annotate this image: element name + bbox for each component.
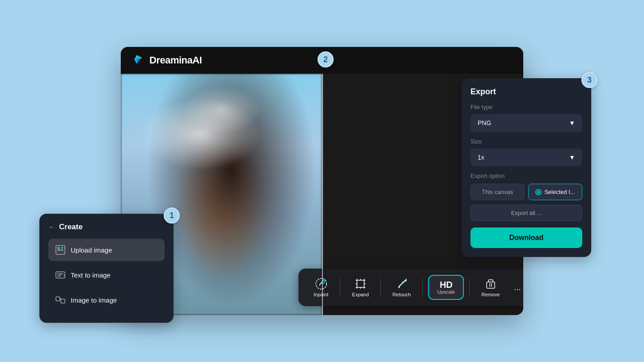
create-panel: 1 ← Create Upload image [39,214,174,323]
file-type-label: File type [470,104,582,110]
remove-label: Remove [482,292,500,297]
toolbar-divider-1 [340,278,340,296]
menu-item-upload-image[interactable]: Upload image [48,239,165,261]
app-title: DreaminaAI [149,55,202,66]
remove-icon [484,278,497,290]
canvas-divider [322,74,323,315]
radio-selected-icon [535,189,542,195]
more-icon: ... [514,283,521,292]
retouch-label: Retouch [393,292,411,297]
retouch-button[interactable]: Retouch [386,274,417,301]
size-chevron-icon: ▼ [569,154,575,161]
badge-3: 3 [581,72,597,88]
text-to-image-icon [55,270,65,280]
upload-image-label: Upload image [71,246,112,254]
file-type-value: PNG [478,119,491,126]
size-label: Size [470,138,582,145]
file-type-select[interactable]: PNG ▼ [470,114,582,132]
badge-1: 1 [164,207,180,223]
download-label: Download [509,234,543,241]
create-title: Create [59,223,83,232]
image-to-image-label: Image to image [71,296,117,304]
inpaint-label: Inpaint [314,292,328,297]
toolbar-divider-4 [470,278,470,296]
download-button[interactable]: Download [470,227,582,248]
badge-2: 2 [318,51,334,67]
selected-label: Selected I... [544,189,575,195]
selected-image-button[interactable]: Selected I... [528,184,582,200]
toolbar-divider-2 [381,278,381,296]
create-header: ← Create [48,223,165,232]
retouch-icon [395,278,408,290]
inpaint-button[interactable]: Inpaint [307,274,335,301]
this-canvas-button[interactable]: This canvas [470,184,525,200]
back-icon[interactable]: ← [48,223,55,231]
hd-label: HD [440,280,453,289]
menu-item-image-to-image[interactable]: Image to image [48,289,165,311]
svg-rect-5 [56,245,65,254]
svg-rect-8 [56,297,60,301]
inpaint-icon [315,278,327,290]
svg-rect-4 [487,282,495,288]
expand-label: Expand [352,292,369,297]
text-to-image-label: Text to image [71,271,110,279]
expand-button[interactable]: Expand [346,274,375,301]
upload-image-icon [55,245,65,255]
remove-button[interactable]: Remove [475,274,506,301]
export-title: Export [470,87,582,97]
svg-point-6 [58,247,59,249]
menu-item-text-to-image[interactable]: Text to image [48,264,165,286]
more-button[interactable]: ... [510,279,523,296]
file-type-chevron-icon: ▼ [569,119,575,126]
svg-rect-2 [357,280,364,287]
size-select[interactable]: 1x ▼ [470,148,582,166]
export-options-row: This canvas Selected I... [470,184,582,200]
export-panel: 3 Export File type PNG ▼ Size 1x ▼ Expor… [462,78,591,257]
upscale-label: Upscale [437,289,455,295]
export-option-label: Export option [470,173,582,179]
hd-upscale-button[interactable]: HD Upscale [428,275,464,300]
image-to-image-icon [55,295,65,305]
bottom-toolbar: Inpaint Expand [298,269,523,306]
expand-icon [354,278,367,290]
size-value: 1x [478,154,484,161]
svg-rect-9 [61,299,65,303]
toolbar-divider-3 [423,278,423,296]
export-all-button[interactable]: Export all ... [470,205,582,221]
export-all-label: Export all ... [511,210,542,216]
logo-icon [130,53,144,67]
